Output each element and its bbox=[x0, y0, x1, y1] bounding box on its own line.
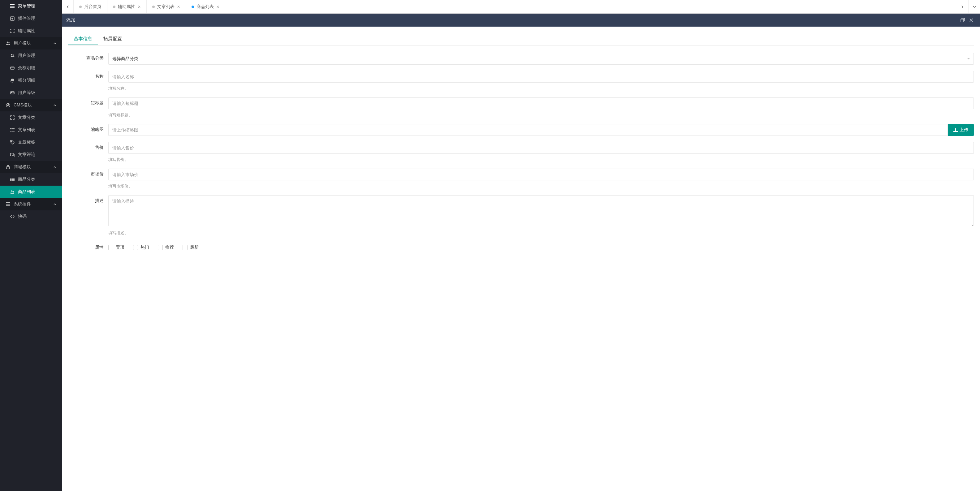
tab-label: 后台首页 bbox=[84, 4, 102, 10]
attr-checkbox-recommend[interactable]: 推荐 bbox=[158, 245, 174, 250]
chevron-down-icon bbox=[967, 57, 970, 60]
svg-point-24 bbox=[11, 141, 12, 142]
sidebar-group-label: 用户模块 bbox=[14, 41, 31, 46]
attr-checkbox-hot[interactable]: 热门 bbox=[133, 245, 149, 250]
svg-point-9 bbox=[13, 54, 14, 56]
sidebar-item-article-category[interactable]: 文章分类 bbox=[0, 111, 62, 124]
expand-icon bbox=[10, 29, 15, 33]
checkbox-label: 热门 bbox=[140, 245, 149, 250]
market-price-input[interactable] bbox=[108, 168, 974, 180]
tab-label: 商品列表 bbox=[197, 4, 214, 10]
sidebar-item-product-category[interactable]: 商品分类 bbox=[0, 173, 62, 186]
close-icon[interactable]: ✕ bbox=[216, 5, 220, 9]
sidebar-item-article-list[interactable]: 文章列表 bbox=[0, 124, 62, 136]
price-input[interactable] bbox=[108, 142, 974, 154]
sidebar-item-label: 文章评论 bbox=[18, 152, 35, 157]
svg-rect-26 bbox=[11, 178, 14, 178]
category-select[interactable]: 选择商品分类 bbox=[108, 53, 974, 65]
list-icon bbox=[10, 177, 15, 182]
tab-article-list[interactable]: 文章列表 ✕ bbox=[147, 0, 186, 13]
sidebar-item-label: 文章标签 bbox=[18, 140, 35, 145]
compass-icon bbox=[6, 103, 11, 107]
inner-tab-label: 拓展配置 bbox=[103, 36, 122, 41]
market-price-label: 市场价 bbox=[68, 168, 108, 177]
code-icon bbox=[10, 215, 15, 219]
checkbox-icon bbox=[183, 245, 188, 250]
svg-point-6 bbox=[7, 42, 8, 43]
attr-label: 属性 bbox=[68, 242, 108, 250]
sidebar-item-label: 用户管理 bbox=[18, 53, 35, 59]
price-hint: 填写售价。 bbox=[108, 157, 974, 162]
svg-rect-10 bbox=[11, 67, 14, 69]
tab-scroll-left[interactable] bbox=[62, 0, 74, 13]
sidebar-group-system-plugin[interactable]: 系统插件 bbox=[0, 198, 62, 210]
thumb-input[interactable] bbox=[108, 124, 948, 136]
desc-textarea[interactable] bbox=[108, 195, 974, 226]
svg-rect-28 bbox=[11, 179, 14, 180]
svg-rect-23 bbox=[11, 131, 14, 132]
sidebar-item-label: 商品分类 bbox=[18, 176, 35, 182]
sidebar-group-label: 商城模块 bbox=[14, 164, 31, 170]
category-select-value: 选择商品分类 bbox=[112, 56, 138, 62]
sidebar-item-label: 积分明细 bbox=[18, 78, 35, 83]
svg-rect-0 bbox=[10, 4, 14, 5]
short-title-input[interactable] bbox=[108, 97, 974, 109]
sidebar-item-label: 插件管理 bbox=[18, 16, 35, 21]
tab-label: 辅助属性 bbox=[118, 4, 135, 10]
tab-product-list[interactable]: 商品列表 ✕ bbox=[186, 0, 225, 13]
attr-checkbox-top[interactable]: 置顶 bbox=[108, 245, 124, 250]
expand-icon bbox=[10, 115, 15, 120]
shopping-bag-icon bbox=[10, 190, 15, 194]
category-label: 商品分类 bbox=[68, 53, 108, 61]
sidebar-item-article-tags[interactable]: 文章标签 bbox=[0, 136, 62, 148]
tab-dropdown[interactable] bbox=[968, 0, 980, 13]
inner-tab-basic[interactable]: 基本信息 bbox=[68, 32, 98, 45]
close-icon[interactable] bbox=[967, 18, 976, 22]
maximize-icon[interactable] bbox=[958, 18, 967, 22]
attr-checkbox-newest[interactable]: 最新 bbox=[183, 245, 199, 250]
sidebar: 菜单管理 插件管理 辅助属性 用户模块 bbox=[0, 0, 62, 491]
svg-point-7 bbox=[8, 42, 10, 43]
bars-icon bbox=[6, 202, 11, 207]
checkbox-icon bbox=[133, 245, 138, 250]
inner-tab-extend[interactable]: 拓展配置 bbox=[98, 32, 127, 45]
sidebar-item-points[interactable]: 积分明细 bbox=[0, 74, 62, 87]
sidebar-item-balance[interactable]: 余额明细 bbox=[0, 62, 62, 74]
tab-scroll-right[interactable] bbox=[956, 0, 968, 13]
chevron-up-icon bbox=[53, 104, 56, 107]
shopping-bag-icon bbox=[6, 165, 11, 169]
name-input[interactable] bbox=[108, 71, 974, 83]
inner-tabs: 基本信息 拓展配置 bbox=[68, 32, 974, 46]
close-icon[interactable]: ✕ bbox=[138, 5, 141, 9]
svg-rect-34 bbox=[961, 19, 964, 22]
tab-aux-attr[interactable]: 辅助属性 ✕ bbox=[107, 0, 147, 13]
short-title-label: 短标题 bbox=[68, 97, 108, 106]
svg-rect-2 bbox=[10, 8, 14, 8]
sidebar-item-label: 商品列表 bbox=[18, 189, 35, 195]
form-content: 基本信息 拓展配置 商品分类 选择商品分类 bbox=[62, 27, 980, 491]
sidebar-group-user-module[interactable]: 用户模块 bbox=[0, 37, 62, 49]
sidebar-group-shop-module[interactable]: 商城模块 bbox=[0, 161, 62, 173]
checkbox-label: 置顶 bbox=[116, 245, 124, 250]
sidebar-item-quick-code[interactable]: 快码 bbox=[0, 210, 62, 223]
close-icon[interactable]: ✕ bbox=[177, 5, 180, 9]
tab-home[interactable]: 后台首页 bbox=[74, 0, 107, 13]
checkbox-label: 推荐 bbox=[165, 245, 174, 250]
sidebar-item-article-comments[interactable]: 文章评论 bbox=[0, 148, 62, 161]
svg-rect-1 bbox=[10, 6, 14, 6]
sidebar-item-menu-manage[interactable]: 菜单管理 bbox=[0, 0, 62, 13]
svg-rect-21 bbox=[11, 130, 14, 130]
sidebar-item-label: 快码 bbox=[18, 214, 27, 219]
svg-rect-27 bbox=[10, 179, 11, 180]
sidebar-item-aux-attr[interactable]: 辅助属性 bbox=[0, 25, 62, 37]
bars-icon bbox=[10, 4, 15, 8]
upload-button[interactable]: 上传 bbox=[948, 124, 974, 136]
sidebar-item-user-level[interactable]: 用户等级 bbox=[0, 87, 62, 99]
tab-label: 文章列表 bbox=[157, 4, 175, 10]
sidebar-group-cms-module[interactable]: CMS模块 bbox=[0, 99, 62, 111]
sidebar-item-product-list[interactable]: 商品列表 bbox=[0, 186, 62, 198]
sidebar-item-plugin-manage[interactable]: 插件管理 bbox=[0, 13, 62, 25]
sidebar-item-user-manage[interactable]: 用户管理 bbox=[0, 49, 62, 62]
plus-square-icon bbox=[10, 16, 15, 21]
desc-label: 描述 bbox=[68, 195, 108, 203]
